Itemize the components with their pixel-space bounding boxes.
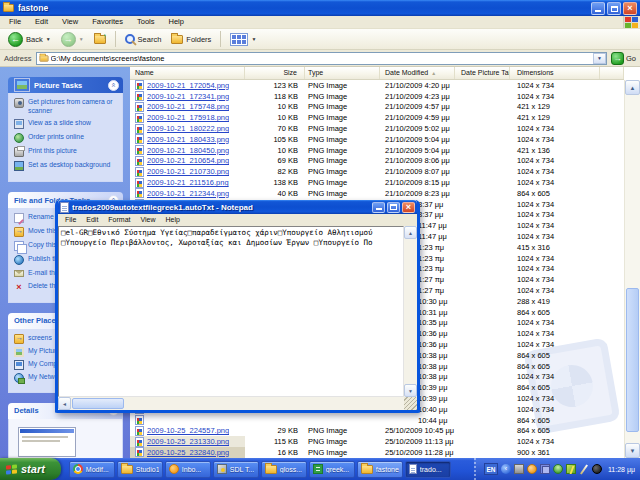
- column-header-size[interactable]: Size: [245, 67, 305, 79]
- explorer-menu-item[interactable]: Edit: [28, 16, 55, 28]
- file-row[interactable]: 2009-10-21_210730.png 82 KB PNG Image 21…: [130, 166, 624, 177]
- column-header-dimensions[interactable]: Dimensions: [510, 67, 600, 79]
- task-label[interactable]: Print this picture: [28, 147, 77, 156]
- file-row[interactable]: 10:44 μμ 864 x 605: [130, 415, 624, 426]
- task-label[interactable]: Set as desktop background: [28, 161, 110, 170]
- volume-icon[interactable]: [592, 464, 602, 474]
- back-dropdown-icon[interactable]: ▼: [46, 36, 51, 42]
- notepad-horizontal-scrollbar[interactable]: ◄: [58, 397, 404, 410]
- file-row[interactable]: 2009-10-21_180222.png 70 KB PNG Image 21…: [130, 123, 624, 134]
- address-input[interactable]: [49, 53, 593, 64]
- file-name-link[interactable]: 2009-10-21_172341.png: [147, 92, 229, 101]
- back-button[interactable]: ← Back ▼: [5, 31, 54, 48]
- updates-icon[interactable]: [527, 464, 537, 474]
- file-row[interactable]: 2009-10-21_175748.png 10 KB PNG Image 21…: [130, 102, 624, 113]
- scroll-left-icon[interactable]: ◄: [58, 397, 71, 410]
- language-indicator[interactable]: EN: [484, 463, 498, 475]
- file-name-link[interactable]: 2009-10-21_210654.png: [147, 156, 229, 165]
- taskbar-window-button[interactable]: Modif...: [69, 461, 115, 478]
- column-header-name[interactable]: Name: [130, 67, 245, 79]
- messenger-user-icon[interactable]: [553, 464, 563, 474]
- lang-options-icon[interactable]: [501, 464, 511, 474]
- up-button[interactable]: ↑: [91, 34, 109, 45]
- notepad-vertical-scrollbar[interactable]: ▲ ▼: [404, 226, 417, 397]
- file-name-link[interactable]: 2009-10-21_180450.png: [147, 146, 229, 155]
- taskbar-window-button[interactable]: SDL T...: [213, 461, 259, 478]
- file-name-link[interactable]: 2009-10-21_172054.png: [147, 81, 229, 90]
- notepad-close-button[interactable]: ×: [402, 202, 415, 213]
- taskbar-window-button[interactable]: fastone: [357, 461, 403, 478]
- notepad-text-area[interactable]: □el-GR□Εθνικό Σύστημα Υγείας□παραδείγματ…: [58, 226, 404, 397]
- task-label[interactable]: Get pictures from camera or scanner: [28, 98, 119, 115]
- column-header-date-picture-taken[interactable]: Date Picture Taken: [455, 67, 510, 79]
- column-header-type[interactable]: Type: [305, 67, 380, 79]
- file-list-scrollbar[interactable]: ▲ ▼: [624, 80, 640, 458]
- taskbar-window-button[interactable]: greek...: [309, 461, 355, 478]
- start-button[interactable]: start: [0, 458, 61, 480]
- picture-tasks-header[interactable]: Picture Tasks «: [8, 77, 123, 93]
- folders-button[interactable]: Folders: [168, 34, 214, 45]
- file-name-link[interactable]: 2009-10-25_231330.png: [147, 437, 229, 446]
- picture-task-link[interactable]: Print this picture: [14, 147, 119, 157]
- scroll-up-icon[interactable]: ▲: [625, 80, 640, 95]
- task-label[interactable]: screens: [28, 334, 52, 343]
- file-row[interactable]: 2009-10-25_232840.png 16 KB PNG Image 25…: [130, 447, 624, 458]
- file-row[interactable]: 2009-10-25_231330.png 115 KB PNG Image 2…: [130, 436, 624, 447]
- file-row[interactable]: 2009-10-21_211516.png 138 KB PNG Image 2…: [130, 177, 624, 188]
- forward-button[interactable]: → ▼: [58, 31, 87, 48]
- taskbar-window-button[interactable]: Studio1: [117, 461, 163, 478]
- notepad-menu-item[interactable]: View: [136, 214, 161, 226]
- notepad-menu-item[interactable]: File: [60, 214, 81, 226]
- taskbar-window-button[interactable]: trado...: [405, 461, 451, 478]
- picture-task-link[interactable]: Set as desktop background: [14, 161, 119, 171]
- views-button[interactable]: ▼: [227, 32, 259, 47]
- file-name-link[interactable]: 2009-10-25_232840.png: [147, 448, 229, 457]
- notepad-menu-item[interactable]: Help: [161, 214, 185, 226]
- taskbar-clock[interactable]: 11:28 μμ: [608, 466, 635, 473]
- power-meter-icon[interactable]: [566, 464, 576, 474]
- scrollbar-thumb[interactable]: [626, 288, 639, 432]
- search-button[interactable]: Search: [122, 33, 165, 45]
- scroll-down-icon[interactable]: ▼: [404, 384, 417, 397]
- network-monitors-icon[interactable]: [540, 464, 550, 474]
- column-header-date-modified[interactable]: Date Modified▲: [380, 67, 455, 79]
- picture-task-link[interactable]: Get pictures from camera or scanner: [14, 98, 119, 115]
- explorer-menu-item[interactable]: File: [2, 16, 28, 28]
- task-label[interactable]: View as a slide show: [28, 119, 91, 128]
- scrollbar-thumb[interactable]: [72, 398, 124, 409]
- display-icon[interactable]: [514, 464, 524, 474]
- notepad-titlebar[interactable]: trados2009autotextfilegreek1.autoTxt - N…: [58, 200, 417, 214]
- picture-task-link[interactable]: View as a slide show: [14, 119, 119, 129]
- file-name-link[interactable]: 2009-10-21_180222.png: [147, 124, 229, 133]
- resize-grip[interactable]: [404, 397, 417, 410]
- scroll-down-icon[interactable]: ▼: [625, 443, 640, 458]
- file-name-link[interactable]: 2009-10-21_210730.png: [147, 167, 229, 176]
- notepad-maximize-button[interactable]: [387, 202, 400, 213]
- task-label[interactable]: Order prints online: [28, 133, 84, 142]
- scroll-up-icon[interactable]: ▲: [404, 226, 417, 239]
- explorer-menu-item[interactable]: Tools: [130, 16, 162, 28]
- minimize-button[interactable]: [591, 2, 605, 15]
- file-name-link[interactable]: 2009-10-21_180433.png: [147, 135, 229, 144]
- explorer-menu-item[interactable]: Help: [162, 16, 191, 28]
- file-row[interactable]: 2009-10-21_172341.png 118 KB PNG Image 2…: [130, 91, 624, 102]
- file-row[interactable]: 2009-10-25_224557.png 29 KB PNG Image 25…: [130, 426, 624, 437]
- go-button[interactable]: → Go: [611, 52, 636, 65]
- notepad-minimize-button[interactable]: [372, 202, 385, 213]
- picture-task-link[interactable]: Order prints online: [14, 133, 119, 143]
- explorer-menu-item[interactable]: View: [55, 16, 85, 28]
- file-row[interactable]: 2009-10-21_212344.png 40 KB PNG Image 21…: [130, 188, 624, 199]
- file-name-link[interactable]: 2009-10-21_175918.png: [147, 113, 229, 122]
- notepad-menu-item[interactable]: Edit: [81, 214, 103, 226]
- taskbar-window-button[interactable]: gloss...: [261, 461, 307, 478]
- views-dropdown-icon[interactable]: ▼: [251, 36, 256, 42]
- file-name-link[interactable]: 2009-10-21_212344.png: [147, 189, 229, 198]
- address-combo[interactable]: ▼: [36, 52, 607, 65]
- explorer-titlebar[interactable]: fastone ×: [0, 0, 640, 16]
- explorer-menu-item[interactable]: Favorites: [85, 16, 130, 28]
- taskbar-window-button[interactable]: Inbo...: [165, 461, 211, 478]
- file-row[interactable]: 2009-10-21_210654.png 69 KB PNG Image 21…: [130, 156, 624, 167]
- address-dropdown-button[interactable]: ▼: [593, 53, 606, 64]
- file-name-link[interactable]: 2009-10-25_224557.png: [147, 426, 229, 435]
- file-name-link[interactable]: 2009-10-21_211516.png: [147, 178, 229, 187]
